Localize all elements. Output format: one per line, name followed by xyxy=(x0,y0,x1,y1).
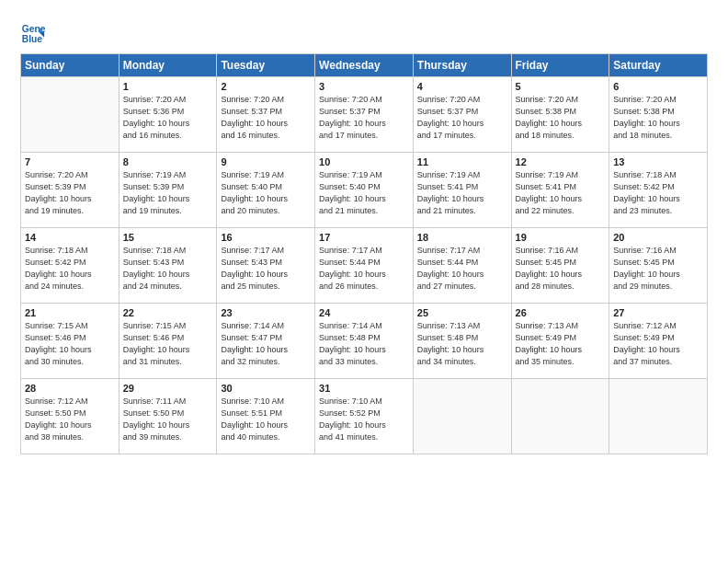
week-row-5: 28Sunrise: 7:12 AM Sunset: 5:50 PM Dayli… xyxy=(21,379,708,454)
day-number: 26 xyxy=(516,307,606,318)
day-info: Sunrise: 7:14 AM Sunset: 5:48 PM Dayligh… xyxy=(319,320,409,368)
day-info: Sunrise: 7:18 AM Sunset: 5:42 PM Dayligh… xyxy=(613,169,703,217)
day-info: Sunrise: 7:20 AM Sunset: 5:38 PM Dayligh… xyxy=(516,94,606,142)
header: General Blue xyxy=(20,17,708,46)
day-number: 4 xyxy=(417,81,507,92)
day-info: Sunrise: 7:19 AM Sunset: 5:39 PM Dayligh… xyxy=(123,169,213,217)
calendar-cell: 21Sunrise: 7:15 AM Sunset: 5:46 PM Dayli… xyxy=(21,304,119,379)
day-info: Sunrise: 7:20 AM Sunset: 5:37 PM Dayligh… xyxy=(319,94,409,142)
day-info: Sunrise: 7:20 AM Sunset: 5:38 PM Dayligh… xyxy=(613,94,703,142)
day-number: 28 xyxy=(25,383,115,394)
weekday-header-friday: Friday xyxy=(511,54,609,77)
calendar-cell: 25Sunrise: 7:13 AM Sunset: 5:48 PM Dayli… xyxy=(413,304,511,379)
weekday-header-sunday: Sunday xyxy=(21,54,119,77)
calendar-cell: 12Sunrise: 7:19 AM Sunset: 5:41 PM Dayli… xyxy=(511,153,609,228)
page: General Blue SundayMondayTuesdayWednesda… xyxy=(0,0,728,467)
day-info: Sunrise: 7:18 AM Sunset: 5:42 PM Dayligh… xyxy=(25,245,115,293)
day-number: 6 xyxy=(613,81,703,92)
calendar-cell: 16Sunrise: 7:17 AM Sunset: 5:43 PM Dayli… xyxy=(217,228,315,304)
day-number: 16 xyxy=(221,232,311,243)
calendar-cell: 27Sunrise: 7:12 AM Sunset: 5:49 PM Dayli… xyxy=(609,304,708,379)
calendar-cell: 26Sunrise: 7:13 AM Sunset: 5:49 PM Dayli… xyxy=(511,304,609,379)
day-info: Sunrise: 7:13 AM Sunset: 5:48 PM Dayligh… xyxy=(417,320,507,368)
day-number: 5 xyxy=(516,81,606,92)
weekday-header-row: SundayMondayTuesdayWednesdayThursdayFrid… xyxy=(21,54,708,77)
calendar-cell: 15Sunrise: 7:18 AM Sunset: 5:43 PM Dayli… xyxy=(119,228,217,304)
day-number: 11 xyxy=(417,156,507,167)
day-info: Sunrise: 7:10 AM Sunset: 5:51 PM Dayligh… xyxy=(221,396,311,443)
day-info: Sunrise: 7:17 AM Sunset: 5:44 PM Dayligh… xyxy=(417,245,507,293)
calendar-cell: 6Sunrise: 7:20 AM Sunset: 5:38 PM Daylig… xyxy=(609,77,708,153)
day-number: 27 xyxy=(613,307,703,318)
day-number: 8 xyxy=(123,156,213,167)
day-number: 2 xyxy=(221,81,311,92)
day-number: 24 xyxy=(319,307,409,318)
day-number: 15 xyxy=(123,232,213,243)
calendar-cell: 14Sunrise: 7:18 AM Sunset: 5:42 PM Dayli… xyxy=(21,228,119,304)
calendar-cell: 28Sunrise: 7:12 AM Sunset: 5:50 PM Dayli… xyxy=(21,379,119,454)
day-number: 3 xyxy=(319,81,409,92)
calendar-cell: 29Sunrise: 7:11 AM Sunset: 5:50 PM Dayli… xyxy=(119,379,217,454)
day-number: 1 xyxy=(123,81,213,92)
day-info: Sunrise: 7:18 AM Sunset: 5:43 PM Dayligh… xyxy=(123,245,213,293)
day-info: Sunrise: 7:12 AM Sunset: 5:49 PM Dayligh… xyxy=(613,320,703,368)
day-info: Sunrise: 7:17 AM Sunset: 5:43 PM Dayligh… xyxy=(221,245,311,293)
calendar-cell xyxy=(21,77,119,153)
day-number: 25 xyxy=(417,307,507,318)
calendar-cell: 30Sunrise: 7:10 AM Sunset: 5:51 PM Dayli… xyxy=(217,379,315,454)
day-number: 12 xyxy=(516,156,606,167)
calendar-cell xyxy=(609,379,708,454)
calendar-cell: 10Sunrise: 7:19 AM Sunset: 5:40 PM Dayli… xyxy=(315,153,414,228)
calendar-cell: 7Sunrise: 7:20 AM Sunset: 5:39 PM Daylig… xyxy=(21,153,119,228)
day-info: Sunrise: 7:19 AM Sunset: 5:40 PM Dayligh… xyxy=(319,169,409,217)
day-number: 31 xyxy=(319,383,409,394)
day-number: 30 xyxy=(221,383,311,394)
day-number: 21 xyxy=(25,307,115,318)
weekday-header-tuesday: Tuesday xyxy=(217,54,315,77)
day-number: 23 xyxy=(221,307,311,318)
logo: General Blue xyxy=(20,20,46,46)
day-info: Sunrise: 7:19 AM Sunset: 5:41 PM Dayligh… xyxy=(417,169,507,217)
calendar-cell: 4Sunrise: 7:20 AM Sunset: 5:37 PM Daylig… xyxy=(413,77,511,153)
day-number: 9 xyxy=(221,156,311,167)
calendar-cell: 23Sunrise: 7:14 AM Sunset: 5:47 PM Dayli… xyxy=(217,304,315,379)
weekday-header-wednesday: Wednesday xyxy=(315,54,414,77)
day-info: Sunrise: 7:16 AM Sunset: 5:45 PM Dayligh… xyxy=(613,245,703,293)
day-number: 29 xyxy=(123,383,213,394)
calendar-cell: 24Sunrise: 7:14 AM Sunset: 5:48 PM Dayli… xyxy=(315,304,414,379)
day-number: 17 xyxy=(319,232,409,243)
weekday-header-monday: Monday xyxy=(119,54,217,77)
calendar-cell: 20Sunrise: 7:16 AM Sunset: 5:45 PM Dayli… xyxy=(609,228,708,304)
week-row-3: 14Sunrise: 7:18 AM Sunset: 5:42 PM Dayli… xyxy=(21,228,708,304)
calendar-cell: 31Sunrise: 7:10 AM Sunset: 5:52 PM Dayli… xyxy=(315,379,414,454)
day-number: 13 xyxy=(613,156,703,167)
day-number: 19 xyxy=(516,232,606,243)
day-info: Sunrise: 7:14 AM Sunset: 5:47 PM Dayligh… xyxy=(221,320,311,368)
day-info: Sunrise: 7:20 AM Sunset: 5:39 PM Dayligh… xyxy=(25,169,115,217)
calendar-cell: 5Sunrise: 7:20 AM Sunset: 5:38 PM Daylig… xyxy=(511,77,609,153)
calendar-cell xyxy=(413,379,511,454)
day-info: Sunrise: 7:19 AM Sunset: 5:41 PM Dayligh… xyxy=(516,169,606,217)
calendar-cell: 9Sunrise: 7:19 AM Sunset: 5:40 PM Daylig… xyxy=(217,153,315,228)
day-info: Sunrise: 7:16 AM Sunset: 5:45 PM Dayligh… xyxy=(516,245,606,293)
week-row-2: 7Sunrise: 7:20 AM Sunset: 5:39 PM Daylig… xyxy=(21,153,708,228)
calendar-cell: 17Sunrise: 7:17 AM Sunset: 5:44 PM Dayli… xyxy=(315,228,414,304)
calendar-cell: 19Sunrise: 7:16 AM Sunset: 5:45 PM Dayli… xyxy=(511,228,609,304)
calendar-cell: 13Sunrise: 7:18 AM Sunset: 5:42 PM Dayli… xyxy=(609,153,708,228)
calendar-cell: 2Sunrise: 7:20 AM Sunset: 5:37 PM Daylig… xyxy=(217,77,315,153)
day-info: Sunrise: 7:11 AM Sunset: 5:50 PM Dayligh… xyxy=(123,396,213,443)
day-info: Sunrise: 7:20 AM Sunset: 5:37 PM Dayligh… xyxy=(417,94,507,142)
day-info: Sunrise: 7:10 AM Sunset: 5:52 PM Dayligh… xyxy=(319,396,409,443)
calendar-cell xyxy=(511,379,609,454)
svg-text:Blue: Blue xyxy=(22,34,43,44)
day-info: Sunrise: 7:12 AM Sunset: 5:50 PM Dayligh… xyxy=(25,396,115,443)
calendar-cell: 1Sunrise: 7:20 AM Sunset: 5:36 PM Daylig… xyxy=(119,77,217,153)
day-number: 7 xyxy=(25,156,115,167)
calendar-table: SundayMondayTuesdayWednesdayThursdayFrid… xyxy=(20,53,708,454)
day-number: 10 xyxy=(319,156,409,167)
day-number: 20 xyxy=(613,232,703,243)
calendar-cell: 3Sunrise: 7:20 AM Sunset: 5:37 PM Daylig… xyxy=(315,77,414,153)
calendar-cell: 11Sunrise: 7:19 AM Sunset: 5:41 PM Dayli… xyxy=(413,153,511,228)
day-info: Sunrise: 7:15 AM Sunset: 5:46 PM Dayligh… xyxy=(123,320,213,368)
weekday-header-thursday: Thursday xyxy=(413,54,511,77)
